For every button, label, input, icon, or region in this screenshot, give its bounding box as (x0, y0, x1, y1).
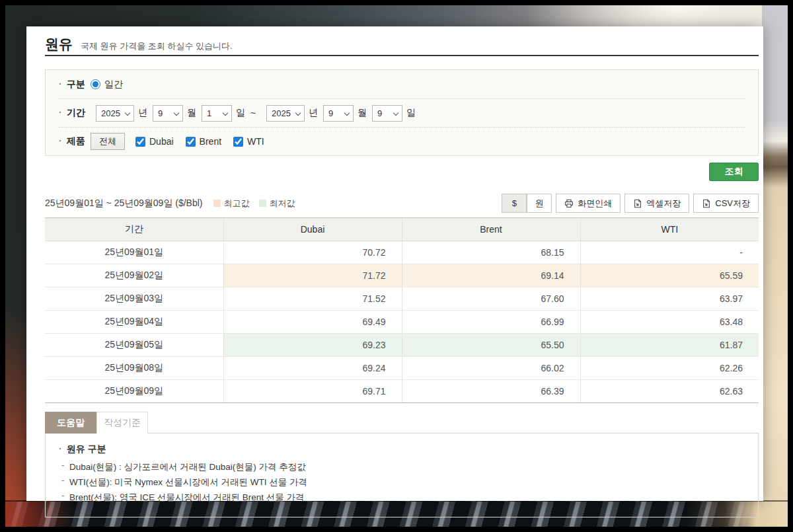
cell-date: 25년09월03일 (45, 287, 223, 311)
excel-save-button[interactable]: 엑셀저장 (624, 194, 689, 213)
checkbox-input[interactable] (233, 137, 243, 147)
background-photo-right (762, 5, 788, 527)
cell-dubai: 69.24 (223, 357, 402, 380)
column-header-period: 기간 (45, 218, 223, 241)
cell-wti: 63.48 (580, 311, 759, 334)
start-month-select[interactable]: 9 (153, 105, 183, 122)
product-checkbox-wti[interactable]: WTI (233, 136, 264, 147)
select-value: 9 (328, 108, 333, 118)
daily-radio-input[interactable] (91, 79, 100, 89)
cell-dubai: 70.72 (223, 241, 402, 264)
cell-dubai: 69.23 (223, 334, 402, 357)
unit-toggle: $ 원 (502, 194, 552, 213)
print-button[interactable]: 화면인쇄 (556, 194, 621, 213)
chevron-down-icon (393, 110, 398, 115)
end-day-select[interactable]: 9 (372, 105, 402, 122)
cell-dubai: 71.72 (223, 264, 402, 287)
save-file-icon (633, 199, 642, 208)
help-tabs: 도움말작성기준 (45, 412, 759, 434)
csv-save-button-label: CSV저장 (715, 198, 750, 209)
excel-save-button-label: 엑셀저장 (646, 198, 681, 209)
product-checkbox-list: DubaiBrentWTI (135, 136, 264, 147)
chevron-down-icon (223, 110, 228, 115)
legend-swatch (213, 200, 221, 207)
cell-date: 25년09월09일 (45, 380, 223, 403)
help-box: 원유 구분 Dubai(현물) : 싱가포르에서 거래된 Dubai(현물) 가… (45, 433, 759, 517)
checkbox-input[interactable] (186, 137, 196, 147)
end-year-select[interactable]: 2025 (266, 105, 305, 122)
cell-date: 25년09월01일 (45, 241, 223, 264)
filter-row-category: 구분 일간 (59, 70, 745, 98)
table-row: 25년09월09일69.7166.3962.63 (45, 380, 759, 403)
table-row: 25년09월08일69.2466.0262.26 (45, 357, 759, 380)
cell-brent: 66.02 (402, 357, 580, 380)
table-row: 25년09월01일70.7268.15- (45, 241, 759, 264)
printer-icon (564, 199, 574, 208)
select-value: 9 (158, 108, 163, 118)
help-tab-active[interactable]: 도움말 (45, 412, 96, 434)
cell-wti: 61.87 (580, 334, 759, 357)
csv-save-button[interactable]: CSV저장 (693, 194, 759, 213)
cell-brent: 67.60 (402, 287, 580, 311)
product-checkbox-label: WTI (247, 136, 264, 147)
cell-brent: 68.15 (402, 241, 580, 264)
table-row: 25년09월02일71.7269.1465.59 (45, 264, 759, 287)
result-meta-row: 25년09월01일 ~ 25년09월09일 ($/Bbl) 최고값최저값 $ 원… (45, 194, 759, 213)
cell-brent: 69.14 (402, 264, 580, 287)
unit-dollar-button[interactable]: $ (502, 194, 527, 212)
result-toolbar: $ 원 화면인쇄 엑셀저장 CSV저장 (502, 194, 759, 213)
cell-dubai: 69.49 (223, 311, 402, 334)
cell-date: 25년09월08일 (45, 357, 223, 380)
product-checkbox-brent[interactable]: Brent (186, 136, 221, 147)
page-subtitle: 국제 원유 가격을 조회 하실수 있습니다. (81, 40, 233, 52)
daily-radio-option[interactable]: 일간 (91, 79, 123, 91)
cell-wti: - (580, 241, 759, 264)
select-value: 9 (377, 108, 382, 118)
chevron-down-icon (295, 110, 301, 115)
cell-date: 25년09월02일 (45, 264, 223, 287)
product-checkbox-label: Brent (200, 136, 221, 147)
select-value: 2025 (272, 108, 291, 118)
cell-brent: 66.39 (402, 380, 580, 403)
legend: 최고값최저값 (213, 198, 295, 209)
year-suffix: 년 (309, 107, 318, 119)
result-range-text: 25년09월01일 ~ 25년09월09일 ($/Bbl) (45, 198, 203, 209)
column-header-wti: WTI (580, 218, 759, 241)
product-checkbox-label: Dubai (149, 136, 174, 147)
filter-row-period: 기간 2025 년 9 월 1 일 ~ 2025 년 9 월 9 일 (59, 98, 745, 127)
period-label: 기간 (59, 107, 91, 119)
search-row: 조회 (45, 163, 759, 181)
unit-won-button[interactable]: 원 (527, 194, 551, 212)
cell-brent: 65.50 (402, 334, 580, 357)
range-separator: ~ (250, 108, 256, 118)
legend-label: 최저값 (270, 198, 295, 209)
daily-radio-label: 일간 (104, 79, 123, 91)
select-value: 2025 (101, 108, 120, 118)
page-header: 원유 국제 원유 가격을 조회 하실수 있습니다. (45, 26, 759, 56)
end-month-select[interactable]: 9 (323, 105, 354, 122)
search-button[interactable]: 조회 (709, 163, 759, 181)
month-suffix: 월 (358, 107, 367, 119)
print-button-label: 화면인쇄 (578, 198, 612, 209)
product-checkbox-dubai[interactable]: Dubai (135, 136, 174, 147)
help-list-item: WTI(선물): 미국 Nymex 선물시장에서 거래된 WTI 선물 가격 (59, 475, 745, 490)
table-row: 25년09월03일71.5267.6063.97 (45, 287, 759, 311)
content-card: 원유 국제 원유 가격을 조회 하실수 있습니다. 구분 일간 기간 2025 … (26, 26, 763, 501)
checkbox-input[interactable] (135, 137, 145, 147)
price-table-body: 25년09월01일70.7268.15-25년09월02일71.7269.146… (45, 241, 759, 403)
start-day-select[interactable]: 1 (202, 105, 232, 122)
year-suffix: 년 (138, 107, 147, 119)
price-table: 기간 Dubai Brent WTI 25년09월01일70.7268.15-2… (45, 217, 759, 403)
column-header-dubai: Dubai (223, 218, 402, 241)
start-year-select[interactable]: 2025 (96, 105, 134, 122)
legend-item: 최저값 (259, 198, 295, 209)
help-tab-inactive[interactable]: 작성기준 (96, 412, 148, 434)
help-list-item: Dubai(현물) : 싱가포르에서 거래된 Dubai(현물) 가격 추정값 (59, 459, 745, 475)
chevron-down-icon (125, 110, 130, 115)
legend-label: 최고값 (224, 198, 250, 209)
select-all-button[interactable]: 전체 (91, 133, 125, 150)
day-suffix: 일 (236, 107, 245, 119)
select-value: 1 (207, 108, 211, 118)
table-row: 25년09월04일69.4966.9963.48 (45, 311, 759, 334)
cell-dubai: 71.52 (223, 287, 402, 311)
